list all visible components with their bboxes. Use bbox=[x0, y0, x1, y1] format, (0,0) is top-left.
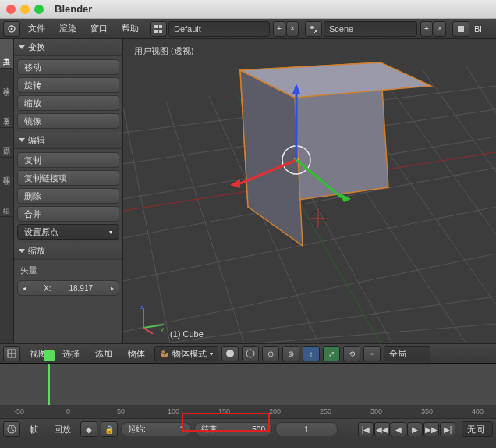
join-button[interactable]: 合并 bbox=[17, 206, 119, 222]
screen-layout-field[interactable]: Default bbox=[168, 21, 270, 37]
manip-scale-icon[interactable]: ▫ bbox=[363, 346, 381, 361]
current-frame-field[interactable]: 1 bbox=[275, 422, 338, 436]
vtab-relations[interactable]: 关系 bbox=[0, 98, 13, 128]
scene-browse-icon[interactable] bbox=[305, 21, 322, 37]
end-label: 结束: bbox=[201, 424, 219, 435]
frame-start-field[interactable]: 起始: 1 bbox=[121, 422, 191, 436]
edit-panel-header[interactable]: 编辑 bbox=[14, 132, 122, 149]
mode-label: 物体模式 bbox=[172, 348, 207, 360]
timeline-ruler[interactable]: -50 0 50 100 150 200 250 300 350 400 bbox=[0, 405, 496, 419]
tick-label: 250 bbox=[320, 407, 331, 415]
editor-type-icon[interactable] bbox=[3, 21, 20, 37]
manip-translate-icon[interactable]: ⤢ bbox=[323, 346, 340, 361]
svg-rect-3 bbox=[159, 25, 162, 28]
timeline-track[interactable] bbox=[0, 364, 496, 405]
timeline-header: 帧 回放 ◆ 🔒 起始: 1 结束: 500 1 |◀ ◀◀ ◀ ▶ ▶▶ ▶|… bbox=[0, 419, 496, 439]
editor-type-timeline-icon[interactable] bbox=[3, 421, 20, 437]
menu-file[interactable]: 文件 bbox=[22, 19, 51, 39]
minimize-window-button[interactable] bbox=[20, 5, 30, 14]
svg-rect-7 bbox=[458, 26, 464, 32]
delete-scene-button[interactable]: × bbox=[434, 21, 446, 37]
manip-toggle-icon[interactable]: ↕ bbox=[303, 346, 320, 361]
close-window-button[interactable] bbox=[6, 5, 16, 14]
tick-label: 400 bbox=[472, 407, 484, 415]
delete-button[interactable]: 删除 bbox=[17, 188, 119, 204]
play-icon[interactable]: ▶ bbox=[407, 422, 423, 436]
play-reverse-icon[interactable]: ◀ bbox=[391, 422, 406, 436]
tool-panel: 变换 移动 旋转 缩放 镜像 编辑 复制 复制链接项 删除 合并 设置原点 ▾ … bbox=[14, 39, 123, 343]
vp-menu-add[interactable]: 添加 bbox=[89, 343, 119, 364]
timeline-playhead[interactable] bbox=[48, 364, 50, 405]
svg-point-1 bbox=[11, 27, 13, 30]
vtab-physics[interactable]: 物理 bbox=[0, 158, 13, 187]
lock-icon[interactable]: 🔒 bbox=[101, 421, 118, 437]
tool-tabs: 工具 创建 关系 动画 物理 辑 bbox=[0, 39, 14, 343]
window-titlebar: Blender bbox=[0, 0, 496, 19]
end-value: 500 bbox=[252, 425, 265, 434]
add-scene-button[interactable]: + bbox=[420, 21, 433, 37]
scale-x-label: X: bbox=[44, 284, 51, 293]
vector-label: 矢量 bbox=[17, 263, 119, 278]
svg-point-52 bbox=[246, 350, 254, 357]
delete-layout-button[interactable]: × bbox=[286, 21, 299, 37]
duplicate-linked-button[interactable]: 复制链接项 bbox=[17, 170, 119, 186]
axis-gizmo-icon: z y bbox=[137, 303, 168, 334]
timeline-menu-playback[interactable]: 回放 bbox=[48, 419, 77, 439]
tick-label: 150 bbox=[218, 407, 230, 415]
shading-more-icon[interactable] bbox=[242, 346, 259, 361]
vtab-edit[interactable]: 辑 bbox=[0, 187, 13, 217]
tick-label: 200 bbox=[269, 407, 281, 415]
mode-selector[interactable]: 物体模式 ▾ bbox=[154, 346, 218, 361]
timeline-menu-frame[interactable]: 帧 bbox=[23, 419, 44, 439]
scene-name: Scene bbox=[329, 24, 353, 34]
next-keyframe-icon[interactable]: ▶▶ bbox=[423, 422, 439, 436]
vtab-tools[interactable]: 工具 bbox=[0, 39, 13, 69]
editor-type-3dview-icon[interactable] bbox=[3, 346, 20, 361]
vtab-animation[interactable]: 动画 bbox=[0, 128, 13, 158]
cube-mesh bbox=[240, 62, 431, 246]
svg-line-23 bbox=[423, 71, 496, 172]
scale-panel-header[interactable]: 缩放 bbox=[14, 243, 122, 260]
screen-browse-icon[interactable] bbox=[150, 21, 167, 37]
transform-orientation[interactable]: 全局 bbox=[384, 346, 430, 361]
shading-solid-icon[interactable] bbox=[221, 346, 239, 361]
svg-text:y: y bbox=[161, 325, 164, 332]
svg-line-47 bbox=[143, 328, 153, 334]
frame-end-field[interactable]: 结束: 500 bbox=[194, 422, 272, 436]
rotate-button[interactable]: 旋转 bbox=[17, 77, 119, 93]
tick-label: 50 bbox=[117, 407, 125, 415]
transport-controls: |◀ ◀◀ ◀ ▶ ▶▶ ▶| bbox=[358, 422, 455, 436]
translate-button[interactable]: 移动 bbox=[17, 59, 119, 75]
transform-header-label: 变换 bbox=[28, 41, 45, 53]
duplicate-button[interactable]: 复制 bbox=[17, 152, 119, 168]
svg-rect-5 bbox=[159, 30, 162, 33]
menu-render[interactable]: 渲染 bbox=[53, 19, 83, 39]
pivot-icon[interactable]: ⊙ bbox=[262, 346, 279, 361]
vtab-create[interactable]: 创建 bbox=[0, 69, 13, 98]
current-frame-value: 1 bbox=[304, 425, 309, 434]
vp-menu-select[interactable]: 选择 bbox=[56, 343, 86, 364]
prev-keyframe-icon[interactable]: ◀◀ bbox=[374, 422, 390, 436]
viewport-perspective-label: 用户视图 (透视) bbox=[134, 45, 193, 57]
transform-panel-header[interactable]: 变换 bbox=[14, 39, 122, 56]
scale-x-field[interactable]: ◂ X: 18.917 ▸ bbox=[17, 280, 119, 296]
svg-rect-2 bbox=[154, 25, 158, 28]
scene-field[interactable]: Scene bbox=[324, 21, 417, 37]
jump-start-icon[interactable]: |◀ bbox=[358, 422, 374, 436]
3d-viewport[interactable]: 用户视图 (透视) bbox=[123, 39, 496, 343]
pivot-center-icon[interactable]: ⊕ bbox=[282, 346, 299, 361]
set-origin-select[interactable]: 设置原点 ▾ bbox=[17, 224, 119, 240]
vp-menu-object[interactable]: 物体 bbox=[122, 343, 151, 364]
jump-end-icon[interactable]: ▶| bbox=[440, 422, 455, 436]
mirror-button[interactable]: 镜像 bbox=[17, 113, 119, 129]
menu-window[interactable]: 窗口 bbox=[84, 19, 114, 39]
engine-icon[interactable] bbox=[452, 21, 469, 37]
set-origin-label: 设置原点 bbox=[24, 226, 58, 238]
sync-mode[interactable]: 无同 bbox=[462, 421, 493, 437]
maximize-window-button[interactable] bbox=[34, 5, 44, 14]
add-layout-button[interactable]: + bbox=[273, 21, 285, 37]
scale-button[interactable]: 缩放 bbox=[17, 95, 119, 111]
manip-rotate-icon[interactable]: ⟲ bbox=[343, 346, 360, 361]
marker-icon[interactable]: ◆ bbox=[80, 421, 97, 437]
menu-help[interactable]: 帮助 bbox=[115, 19, 145, 39]
